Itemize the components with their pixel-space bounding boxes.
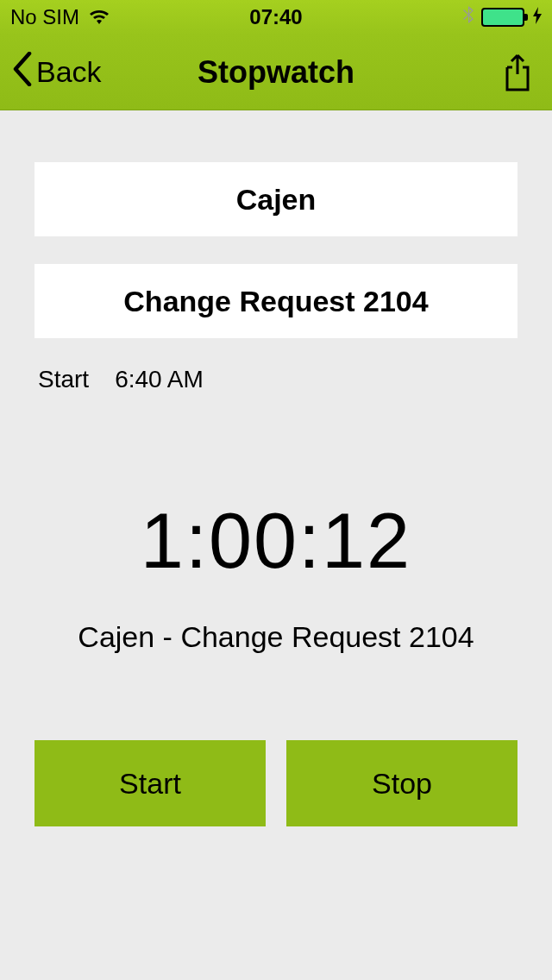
start-time-row: Start 6:40 AM: [34, 366, 518, 393]
content-area: Cajen Change Request 2104 Start 6:40 AM …: [0, 110, 552, 826]
status-bar: No SIM 07:40: [0, 0, 552, 35]
timer-description: Cajen - Change Request 2104: [34, 620, 518, 654]
status-time: 07:40: [249, 5, 302, 29]
battery-icon: [481, 8, 524, 27]
project-field[interactable]: Cajen: [34, 162, 518, 236]
share-icon: [500, 53, 535, 91]
status-right: [462, 5, 542, 29]
status-left: No SIM: [10, 5, 110, 29]
start-label: Start: [38, 366, 89, 393]
timer-block: 1:00:12 Cajen - Change Request 2104: [34, 497, 518, 654]
button-row: Start Stop: [34, 740, 518, 826]
start-time-value: 6:40 AM: [115, 366, 204, 393]
charging-icon: [533, 7, 542, 28]
page-title: Stopwatch: [198, 54, 354, 91]
timer-value: 1:00:12: [34, 497, 518, 586]
share-button[interactable]: [500, 53, 535, 91]
carrier-text: No SIM: [10, 5, 79, 29]
wifi-icon: [88, 9, 110, 26]
start-button[interactable]: Start: [34, 740, 266, 826]
bluetooth-icon: [462, 5, 474, 29]
chevron-left-icon: [12, 52, 33, 92]
back-label: Back: [36, 55, 102, 89]
task-field[interactable]: Change Request 2104: [34, 264, 518, 338]
stop-button[interactable]: Stop: [286, 740, 518, 826]
nav-bar: Back Stopwatch: [0, 35, 552, 110]
back-button[interactable]: Back: [12, 52, 102, 92]
